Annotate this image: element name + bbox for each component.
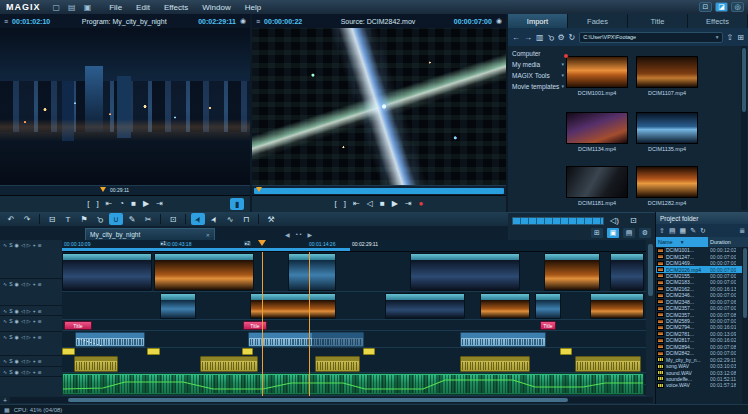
grid-view-icon[interactable]: ⊞ xyxy=(591,228,603,238)
razor-button[interactable]: ✂ xyxy=(141,213,155,225)
video-clip-track2[interactable] xyxy=(385,293,465,319)
chapter-marker[interactable]: ▸1 xyxy=(160,241,167,246)
project-file-row[interactable]: DCIM2894...00:00:07:08 xyxy=(656,344,742,350)
media-pool-scrollbar[interactable] xyxy=(741,46,747,210)
snap-magnet-button[interactable]: ∪ xyxy=(109,213,123,225)
track-button-icon[interactable]: S xyxy=(9,281,12,287)
track-button-icon[interactable]: S xyxy=(9,369,12,375)
audio-clip-effect-short[interactable] xyxy=(62,348,75,355)
preview-scrub-bar[interactable] xyxy=(512,217,604,225)
record-button[interactable]: ● xyxy=(419,200,424,208)
video-clip-track1[interactable] xyxy=(154,253,254,291)
project-file-row[interactable]: DCIM2183...00:00:07:00 xyxy=(656,279,742,285)
program-video-viewport[interactable] xyxy=(0,28,250,185)
project-file-row[interactable]: DCIM2026.mp400:00:07:00 xyxy=(656,266,742,272)
marker-line[interactable] xyxy=(309,252,310,396)
menu-item-effects[interactable]: Effects xyxy=(158,3,194,12)
tab-fades[interactable]: Fades xyxy=(568,14,628,28)
tab-effects[interactable]: Effects xyxy=(688,14,748,28)
audio-clip-soundeffect[interactable] xyxy=(200,356,258,372)
audio-clip-voice[interactable] xyxy=(75,332,145,347)
video-clip-track2[interactable] xyxy=(535,293,561,319)
audio-clip-song[interactable] xyxy=(62,373,644,395)
track-button-icon[interactable]: ◉ xyxy=(15,334,19,340)
media-file-tile[interactable]: DCIM1282.mp4 xyxy=(636,166,698,206)
fade-in-handle[interactable] xyxy=(76,338,102,346)
screen-layout-icon[interactable]: ⊡ xyxy=(699,2,712,12)
track-header-1[interactable]: ∿S◉◁▷+≋ xyxy=(0,240,62,279)
delete-button[interactable]: ⊟ xyxy=(45,213,59,225)
track-button-icon[interactable]: ◁ xyxy=(21,318,25,324)
track-button-icon[interactable]: + xyxy=(33,281,36,287)
list-view-icon[interactable]: ≣ xyxy=(739,227,745,235)
track-button-icon[interactable]: ≋ xyxy=(38,308,42,314)
chevron-down-icon[interactable]: ▾ xyxy=(561,83,564,90)
range-monitor-button[interactable]: ⊡ xyxy=(166,213,180,225)
search-icon[interactable]: ⚲ xyxy=(545,32,556,43)
audio-clip-effect-short[interactable] xyxy=(560,348,572,355)
track-button-icon[interactable]: ≋ xyxy=(38,242,42,248)
track-button-icon[interactable]: ◁ xyxy=(21,358,25,364)
track-button-icon[interactable]: ◁ xyxy=(21,308,25,314)
track-button-icon[interactable]: ◉ xyxy=(15,242,19,248)
track-button-icon[interactable]: S xyxy=(9,318,12,324)
mouse-mode-all-button[interactable]: ➤ xyxy=(207,213,221,225)
audio-clip-effect-short[interactable] xyxy=(363,348,375,355)
project-file-row[interactable]: sound.WAV00:03:12:08 xyxy=(656,369,742,375)
sequence-tab[interactable]: My_city_by_night ✕ xyxy=(85,228,215,240)
track-button-icon[interactable]: ∿ xyxy=(3,318,7,324)
media-manager-icon[interactable]: ▥ xyxy=(536,33,544,42)
video-clip-track1[interactable] xyxy=(410,253,520,291)
jump-to-end-button[interactable]: ⇥ xyxy=(156,200,163,208)
play-button[interactable]: ▶ xyxy=(392,200,398,208)
stop-button[interactable]: ■ xyxy=(131,200,136,208)
track-button-icon[interactable]: + xyxy=(33,358,36,364)
dual-monitor-icon[interactable]: ◪ xyxy=(715,2,728,12)
redo-button[interactable]: ↷ xyxy=(20,213,34,225)
tab-title[interactable]: Title xyxy=(628,14,688,28)
playhead-line[interactable] xyxy=(262,252,263,396)
volume-envelope-curve[interactable] xyxy=(63,374,644,395)
track-button-icon[interactable]: ▷ xyxy=(27,318,31,324)
audio-clip-voice[interactable] xyxy=(460,332,546,347)
track-button-icon[interactable]: ∿ xyxy=(3,281,7,287)
film-view-icon[interactable]: ▣ xyxy=(607,228,619,238)
undo-button[interactable]: ↶ xyxy=(4,213,18,225)
track-button-icon[interactable]: ∿ xyxy=(3,308,7,314)
video-clip-track2[interactable] xyxy=(590,293,644,319)
project-file-row[interactable]: soundeffe...00:01:52:11 xyxy=(656,376,742,382)
track-button-icon[interactable]: ▷ xyxy=(27,369,31,375)
mark-in-button[interactable]: [ xyxy=(87,200,89,208)
forward-button[interactable]: → xyxy=(524,33,532,42)
project-file-row[interactable]: DCIM2842...00:00:07:00 xyxy=(656,350,742,356)
track-header-7[interactable]: ∿S◉◁▷+≋ xyxy=(0,367,62,377)
track-button-icon[interactable]: S xyxy=(9,308,12,314)
add-track-icon[interactable]: + xyxy=(0,397,10,404)
hscroll-thumb[interactable] xyxy=(68,398,568,402)
track-header-5[interactable]: ∿S◉◁▷+≋ xyxy=(0,332,62,356)
project-file-row[interactable]: DCIM2357...00:00:07:00 xyxy=(656,305,742,311)
project-file-row[interactable]: DCIM2348...00:00:07:06 xyxy=(656,299,742,305)
menu-item-help[interactable]: Help xyxy=(239,3,267,12)
media-file-tile[interactable]: DCIM1001.mp4 xyxy=(566,56,628,96)
program-scrub-bar[interactable]: 00:29:11 xyxy=(0,185,250,196)
track-button-icon[interactable]: ▷ xyxy=(27,281,31,287)
track-button-icon[interactable]: + xyxy=(33,334,36,340)
project-file-row[interactable]: DCIM2346...00:00:07:00 xyxy=(656,292,742,298)
jump-to-end-button[interactable]: ⇥ xyxy=(405,200,412,208)
preview-monitor-icon[interactable]: ⊡ xyxy=(630,216,637,225)
help-icon[interactable]: ◎ xyxy=(731,2,744,12)
source-video-viewport[interactable] xyxy=(252,28,506,185)
audio-clip-soundeffect[interactable] xyxy=(575,356,641,372)
track-button-icon[interactable]: ∿ xyxy=(3,242,7,248)
project-file-row[interactable]: DCIM2781...00:00:13:09 xyxy=(656,331,742,337)
mouse-mode-single-button[interactable]: ➤ xyxy=(191,213,205,225)
tree-item-my-media[interactable]: My media▾ xyxy=(508,59,566,70)
track-button-icon[interactable]: ◉ xyxy=(15,358,19,364)
video-clip-track2[interactable] xyxy=(480,293,530,319)
monitor-menu-icon[interactable]: ≡ xyxy=(256,18,260,25)
audio-tools-button[interactable]: ⚒ xyxy=(264,213,278,225)
mouse-mode-stretch-button[interactable]: ⊓ xyxy=(239,213,253,225)
project-file-row[interactable]: song.WAV00:03:10:03 xyxy=(656,363,742,369)
track-button-icon[interactable]: ∿ xyxy=(3,369,7,375)
